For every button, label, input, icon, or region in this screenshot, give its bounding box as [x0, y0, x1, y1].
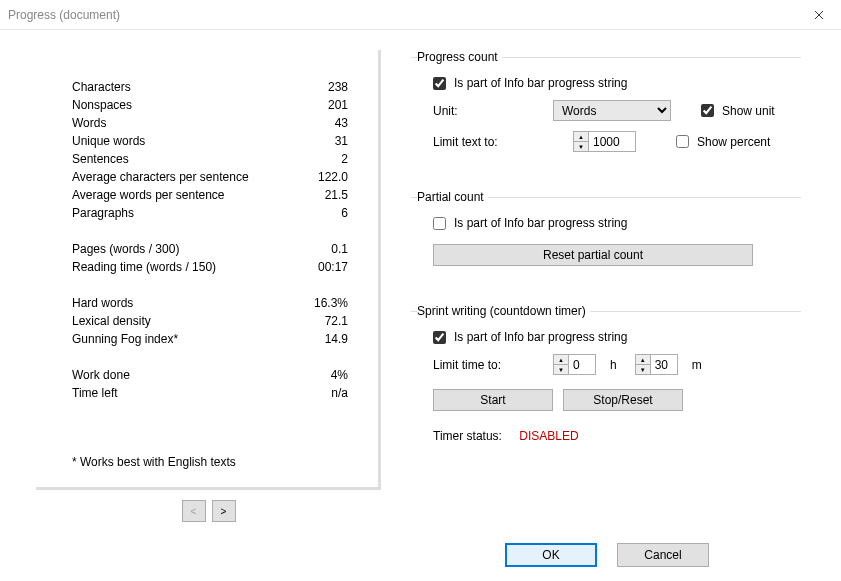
stat-value: 21.5 [325, 186, 348, 204]
stat-label: Nonspaces [72, 96, 132, 114]
stat-row: Paragraphs6 [72, 204, 348, 222]
minutes-suffix: m [692, 358, 702, 372]
pager: < > [36, 500, 381, 522]
show-unit-row[interactable]: Show unit [701, 104, 775, 118]
stop-reset-button[interactable]: Stop/Reset [563, 389, 683, 411]
stat-value: 201 [328, 96, 348, 114]
stat-row: Work done4% [72, 366, 348, 384]
partial-ispart-row[interactable]: Is part of Info bar progress string [433, 216, 791, 230]
sprint-ispart-row[interactable]: Is part of Info bar progress string [433, 330, 791, 344]
sprint-group: Sprint writing (countdown timer) Is part… [411, 304, 801, 461]
reset-partial-button[interactable]: Reset partial count [433, 244, 753, 266]
progress-ispart-checkbox[interactable] [433, 77, 446, 90]
timer-status-label: Timer status: [433, 429, 502, 443]
stat-row: Nonspaces201 [72, 96, 348, 114]
close-button[interactable] [796, 0, 841, 30]
unit-label: Unit: [433, 104, 543, 118]
stats-panel: Characters238Nonspaces201Words43Unique w… [36, 50, 381, 490]
limit-time-label: Limit time to: [433, 358, 543, 372]
sprint-ispart-checkbox[interactable] [433, 331, 446, 344]
minutes-spinner[interactable]: ▲▼ [635, 354, 678, 375]
window-title: Progress (document) [8, 8, 120, 22]
stat-label: Reading time (words / 150) [72, 258, 216, 276]
stat-row: Gunning Fog index*14.9 [72, 330, 348, 348]
stat-label: Paragraphs [72, 204, 134, 222]
stat-value: 122.0 [318, 168, 348, 186]
ok-button[interactable]: OK [505, 543, 597, 567]
show-unit-checkbox[interactable] [701, 104, 714, 117]
stat-label: Gunning Fog index* [72, 330, 178, 348]
stat-row: Characters238 [72, 78, 348, 96]
stat-label: Characters [72, 78, 131, 96]
stat-label: Time left [72, 384, 118, 402]
sprint-ispart-label: Is part of Info bar progress string [454, 330, 627, 344]
next-page-button[interactable]: > [212, 500, 236, 522]
stat-value: 14.9 [325, 330, 348, 348]
limit-text-label: Limit text to: [433, 135, 543, 149]
stat-row: Sentences2 [72, 150, 348, 168]
limit-text-input[interactable] [589, 132, 635, 151]
partial-ispart-checkbox[interactable] [433, 217, 446, 230]
timer-status-value: DISABLED [519, 429, 578, 443]
spinner-buttons[interactable]: ▲▼ [574, 132, 589, 151]
stats-group-3: Hard words16.3%Lexical density72.1Gunnin… [72, 294, 348, 348]
stat-value: 6 [341, 204, 348, 222]
cancel-button[interactable]: Cancel [617, 543, 709, 567]
dialog-buttons: OK Cancel [505, 543, 709, 567]
stat-value: 16.3% [314, 294, 348, 312]
progress-count-legend: Progress count [417, 50, 502, 64]
stat-value: 31 [335, 132, 348, 150]
stat-value: 72.1 [325, 312, 348, 330]
stat-value: 43 [335, 114, 348, 132]
stats-group-2: Pages (words / 300)0.1Reading time (word… [72, 240, 348, 276]
partial-count-group: Partial count Is part of Info bar progre… [411, 190, 801, 284]
progress-ispart-row[interactable]: Is part of Info bar progress string [433, 76, 791, 90]
stat-label: Lexical density [72, 312, 151, 330]
show-percent-checkbox[interactable] [676, 135, 689, 148]
stat-label: Pages (words / 300) [72, 240, 179, 258]
spinner-buttons[interactable]: ▲▼ [554, 355, 569, 374]
start-button[interactable]: Start [433, 389, 553, 411]
stat-label: Sentences [72, 150, 129, 168]
timer-status-row: Timer status: DISABLED [433, 429, 791, 443]
partial-count-legend: Partial count [417, 190, 488, 204]
stat-label: Words [72, 114, 106, 132]
stat-value: 238 [328, 78, 348, 96]
stat-value: 2 [341, 150, 348, 168]
progress-count-group: Progress count Is part of Info bar progr… [411, 50, 801, 170]
stat-value: 00:17 [318, 258, 348, 276]
hours-input[interactable] [569, 355, 595, 374]
stat-row: Pages (words / 300)0.1 [72, 240, 348, 258]
progress-ispart-label: Is part of Info bar progress string [454, 76, 627, 90]
show-unit-label: Show unit [722, 104, 775, 118]
stat-row: Lexical density72.1 [72, 312, 348, 330]
stat-row: Reading time (words / 150)00:17 [72, 258, 348, 276]
show-percent-row[interactable]: Show percent [676, 135, 770, 149]
stat-value: n/a [331, 384, 348, 402]
stat-row: Words43 [72, 114, 348, 132]
stat-row: Average words per sentence21.5 [72, 186, 348, 204]
limit-text-spinner[interactable]: ▲▼ [573, 131, 636, 152]
stat-value: 4% [331, 366, 348, 384]
stat-label: Average words per sentence [72, 186, 225, 204]
unit-select[interactable]: Words [553, 100, 671, 121]
prev-page-button[interactable]: < [182, 500, 206, 522]
stat-row: Time leftn/a [72, 384, 348, 402]
minutes-input[interactable] [651, 355, 677, 374]
spinner-buttons[interactable]: ▲▼ [636, 355, 651, 374]
stat-row: Average characters per sentence122.0 [72, 168, 348, 186]
stat-label: Work done [72, 366, 130, 384]
footnote: * Works best with English texts [72, 455, 236, 469]
stat-label: Hard words [72, 294, 133, 312]
sprint-legend: Sprint writing (countdown timer) [417, 304, 590, 318]
partial-ispart-label: Is part of Info bar progress string [454, 216, 627, 230]
hours-spinner[interactable]: ▲▼ [553, 354, 596, 375]
stat-row: Hard words16.3% [72, 294, 348, 312]
stat-label: Average characters per sentence [72, 168, 249, 186]
stat-label: Unique words [72, 132, 145, 150]
show-percent-label: Show percent [697, 135, 770, 149]
stat-row: Unique words31 [72, 132, 348, 150]
stats-group-1: Characters238Nonspaces201Words43Unique w… [72, 78, 348, 222]
hours-suffix: h [610, 358, 617, 372]
stats-group-4: Work done4%Time leftn/a [72, 366, 348, 402]
